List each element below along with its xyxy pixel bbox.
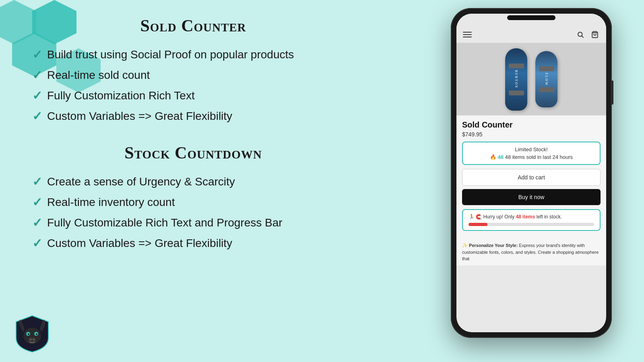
snowboard-container: BURTON FLOW xyxy=(501,44,561,115)
phone-screen: BURTON FLOW Sold Counter $749.95 xyxy=(456,14,606,332)
sold-feature-3: ✓ Fully Customization Rich Text xyxy=(32,88,354,103)
product-name: Sold Counter xyxy=(462,120,601,130)
sold-feature-2: ✓ Real-time sold count xyxy=(32,68,354,82)
check-icon-4: ✓ xyxy=(32,109,42,123)
bottom-description-text: ✨ Personalize Your Style: Express your b… xyxy=(456,239,606,265)
check-icon-2: ✓ xyxy=(32,68,42,82)
stock-feature-1: ✓ Create a sense of Urgency & Scarcity xyxy=(32,175,354,189)
check-icon-7: ✓ xyxy=(32,216,42,230)
binding-top-left xyxy=(509,64,524,68)
stock-countdown-badge: 🏃 🧲 Hurry up! Only 48 items left in stoc… xyxy=(462,209,601,231)
sold-feature-1: ✓ Build trust using Social Proof on popu… xyxy=(32,47,354,62)
check-icon-6: ✓ xyxy=(32,195,42,209)
snowboard-right: FLOW xyxy=(535,51,557,107)
check-icon-1: ✓ xyxy=(32,47,42,62)
snowboard-left: BURTON xyxy=(505,48,527,111)
buy-now-button[interactable]: Buy it now xyxy=(462,189,601,205)
phone-side-button xyxy=(612,80,613,105)
svg-point-3 xyxy=(28,333,29,335)
sold-counter-features: ✓ Build trust using Social Proof on popu… xyxy=(32,47,354,123)
snowboard-text-right: FLOW xyxy=(545,73,548,86)
stock-countdown-text: 🏃 🧲 Hurry up! Only 48 items left in stoc… xyxy=(469,214,594,220)
stock-progress-bar-bg xyxy=(469,223,594,226)
sold-counter-title: Sold Counter xyxy=(32,16,354,35)
check-icon-3: ✓ xyxy=(32,88,42,103)
product-info-section: Sold Counter $749.95 Limited Stock! 🔥 48… xyxy=(456,115,606,239)
stock-feature-3: ✓ Fully Customizable Rich Text and Progr… xyxy=(32,216,354,230)
svg-point-7 xyxy=(33,339,35,341)
check-icon-5: ✓ xyxy=(32,175,42,189)
bull-logo xyxy=(12,314,52,354)
sold-feature-4: ✓ Custom Variables => Great Flexibility xyxy=(32,109,354,123)
sold-counter-badge-detail: 🔥 48 48 items sold in last 24 hours xyxy=(469,154,594,160)
binding-top-right xyxy=(539,66,554,71)
svg-line-9 xyxy=(582,36,583,37)
svg-point-4 xyxy=(36,333,37,335)
phone-notch xyxy=(507,15,555,20)
check-icon-8: ✓ xyxy=(32,236,42,250)
svg-point-8 xyxy=(578,32,582,37)
sold-counter-badge: Limited Stock! 🔥 48 48 items sold in las… xyxy=(462,142,601,165)
stock-progress-bar-fill xyxy=(469,223,487,226)
top-bar-icons xyxy=(576,30,600,39)
phone-outer: BURTON FLOW Sold Counter $749.95 xyxy=(451,8,612,338)
hamburger-menu-icon[interactable] xyxy=(463,32,472,37)
product-image-area: BURTON FLOW xyxy=(456,43,606,115)
product-price: $749.95 xyxy=(462,131,601,138)
stock-feature-4: ✓ Custom Variables => Great Flexibility xyxy=(32,236,354,250)
left-panel: Sold Counter ✓ Build trust using Social … xyxy=(32,16,354,270)
stock-countdown-title: Stock Countdown xyxy=(32,143,354,162)
snowboard-text-left: BURTON xyxy=(514,70,518,88)
svg-point-6 xyxy=(29,339,32,341)
cart-icon[interactable] xyxy=(590,30,600,39)
sold-counter-badge-title: Limited Stock! xyxy=(469,146,594,152)
search-icon[interactable] xyxy=(576,30,585,39)
stock-feature-2: ✓ Real-time inventory count xyxy=(32,195,354,209)
binding-bottom-right xyxy=(539,87,554,92)
phone-mockup-container: BURTON FLOW Sold Counter $749.95 xyxy=(451,8,620,354)
binding-bottom-left xyxy=(509,90,524,95)
add-to-cart-button[interactable]: Add to cart xyxy=(462,169,601,186)
svg-point-5 xyxy=(28,337,36,343)
stock-countdown-features: ✓ Create a sense of Urgency & Scarcity ✓… xyxy=(32,175,354,250)
